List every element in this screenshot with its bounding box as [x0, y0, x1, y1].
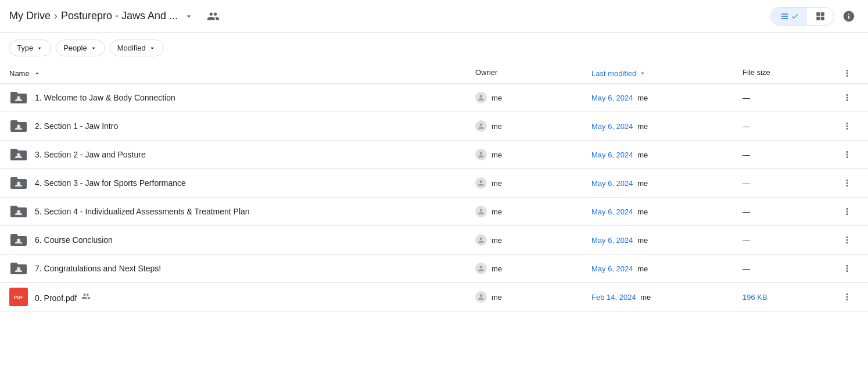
owner-cell: me	[475, 177, 591, 189]
modified-date: May 6, 2024	[591, 179, 633, 188]
row-actions	[835, 261, 859, 276]
folder-dropdown-button[interactable]	[181, 9, 196, 24]
modified-cell: May 6, 2024 me	[591, 122, 743, 131]
folder-icon	[9, 117, 28, 135]
file-name-cell: 6. Course Conclusion	[9, 231, 475, 249]
modified-by: me	[636, 179, 648, 188]
owner-cell: me	[475, 92, 591, 103]
col-owner-header: Owner	[475, 68, 591, 78]
svg-point-2	[17, 153, 20, 157]
header-actions	[770, 6, 859, 26]
more-options-button[interactable]	[840, 90, 855, 105]
row-actions	[835, 175, 859, 191]
file-size: —	[743, 236, 750, 245]
col-modified-header[interactable]: Last modified	[591, 68, 743, 78]
more-options-button[interactable]	[840, 147, 855, 162]
modified-by: me	[636, 94, 648, 102]
table-header: Name Owner Last modified File size	[0, 63, 868, 84]
modified-cell: May 6, 2024 me	[591, 207, 743, 216]
info-button[interactable]	[839, 6, 859, 26]
modified-date: May 6, 2024	[591, 207, 633, 216]
table-row[interactable]: 2. Section 1 - Jaw Intro me May 6, 2024 …	[0, 112, 868, 141]
file-name: 1. Welcome to Jaw & Body Connection	[35, 93, 175, 102]
modified-date: Feb 14, 2024	[591, 293, 636, 302]
table-row[interactable]: 7. Congratulations and Next Steps! me Ma…	[0, 255, 868, 283]
table-row[interactable]: 4. Section 3 - Jaw for Sports Performanc…	[0, 169, 868, 198]
modified-by: me	[636, 122, 648, 131]
avatar-icon	[475, 263, 487, 274]
file-name: 7. Congratulations and Next Steps!	[35, 264, 161, 273]
owner-name: me	[492, 293, 502, 302]
list-view-button[interactable]	[771, 8, 807, 25]
modified-cell: May 6, 2024 me	[591, 236, 743, 245]
modified-by: me	[636, 264, 648, 273]
folder-icon	[9, 259, 28, 278]
modified-date: May 6, 2024	[591, 150, 633, 159]
file-size: —	[743, 94, 750, 102]
type-filter[interactable]: Type	[9, 40, 51, 56]
svg-point-4	[17, 210, 20, 214]
owner-cell: me	[475, 149, 591, 160]
modified-cell: May 6, 2024 me	[591, 264, 743, 273]
pdf-icon: PDF	[9, 288, 28, 306]
folder-icon	[9, 174, 28, 192]
more-options-button[interactable]	[840, 204, 855, 219]
avatar-icon	[475, 177, 487, 189]
more-options-button[interactable]	[840, 261, 855, 276]
col-name-header[interactable]: Name	[9, 68, 475, 78]
svg-point-3	[17, 182, 20, 185]
row-actions	[835, 147, 859, 162]
avatar-icon	[475, 92, 487, 103]
avatar-icon	[475, 291, 487, 303]
svg-point-6	[17, 267, 20, 271]
owner-name: me	[492, 264, 502, 273]
modified-by: me	[636, 150, 648, 159]
col-actions-header[interactable]	[835, 68, 859, 78]
avatar-icon	[475, 149, 487, 160]
current-folder-name: Posturepro - Jaws And ...	[61, 10, 178, 22]
owner-cell: me	[475, 291, 591, 303]
more-options-button[interactable]	[840, 175, 855, 191]
owner-name: me	[492, 207, 502, 216]
modified-date: May 6, 2024	[591, 94, 633, 102]
table-row[interactable]: 3. Section 2 - Jaw and Posture me May 6,…	[0, 141, 868, 169]
grid-view-button[interactable]	[807, 8, 834, 25]
owner-name: me	[492, 94, 502, 102]
file-name-cell: 4. Section 3 - Jaw for Sports Performanc…	[9, 174, 475, 192]
file-name-cell: 1. Welcome to Jaw & Body Connection	[9, 88, 475, 107]
modified-by: me	[636, 207, 648, 216]
more-options-button[interactable]	[840, 119, 855, 134]
file-name: 0. Proof.pdf	[35, 292, 91, 303]
avatar-icon	[475, 120, 487, 132]
modified-by: me	[636, 236, 648, 245]
people-filter[interactable]: People	[56, 40, 105, 56]
table-row[interactable]: 6. Course Conclusion me May 6, 2024 me —	[0, 226, 868, 255]
file-name: 4. Section 3 - Jaw for Sports Performanc…	[35, 178, 186, 188]
file-name-cell: 5. Section 4 - Individualized Assessment…	[9, 202, 475, 221]
more-options-button[interactable]	[840, 289, 855, 304]
folder-icon	[9, 231, 28, 249]
file-size: —	[743, 122, 750, 131]
my-drive-link[interactable]: My Drive	[9, 10, 51, 22]
size-cell: —	[743, 94, 835, 102]
modified-filter[interactable]: Modified	[110, 40, 164, 56]
modified-date: May 6, 2024	[591, 264, 633, 273]
file-name: 5. Section 4 - Individualized Assessment…	[35, 207, 250, 216]
file-name-cell: 7. Congratulations and Next Steps!	[9, 259, 475, 278]
modified-cell: May 6, 2024 me	[591, 179, 743, 188]
table-row[interactable]: 1. Welcome to Jaw & Body Connection me M…	[0, 84, 868, 112]
file-name: 2. Section 1 - Jaw Intro	[35, 121, 118, 131]
row-actions	[835, 204, 859, 219]
file-list: 1. Welcome to Jaw & Body Connection me M…	[0, 84, 868, 311]
file-name: 6. Course Conclusion	[35, 235, 113, 245]
table-row[interactable]: 5. Section 4 - Individualized Assessment…	[0, 198, 868, 226]
modified-by: me	[639, 293, 651, 302]
modified-date: May 6, 2024	[591, 236, 633, 245]
owner-name: me	[492, 150, 502, 159]
table-row[interactable]: PDF 0. Proof.pdf me Feb 14, 2024 me 196 …	[0, 283, 868, 311]
file-name-cell: 2. Section 1 - Jaw Intro	[9, 117, 475, 135]
people-button[interactable]	[205, 8, 222, 25]
modified-filter-label: Modified	[117, 44, 146, 52]
more-options-button[interactable]	[840, 232, 855, 248]
filter-bar: Type People Modified	[0, 33, 868, 63]
